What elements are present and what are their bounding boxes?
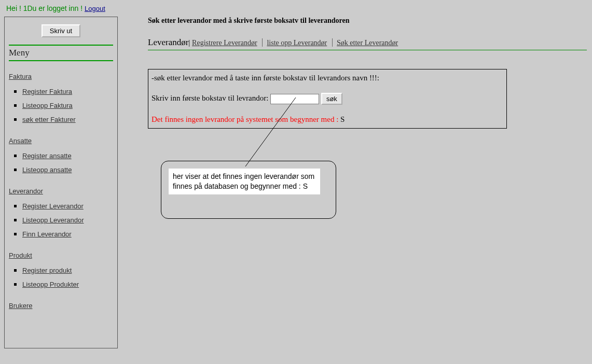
error-prefix: Det finnes ingen levrandor på systemet s…: [152, 115, 340, 123]
error-letter: S: [340, 115, 345, 123]
list-item: Finn Leverandor: [22, 230, 113, 238]
subnav-link-listeopp[interactable]: liste opp Leverandør: [267, 39, 327, 47]
list-item: søk etter Fakturer: [22, 116, 113, 123]
list-item: Listeopp Faktura: [22, 102, 113, 109]
subnav-link-sok[interactable]: Søk etter Leverandør: [337, 39, 398, 47]
list-item: Listeopp ansatte: [22, 166, 113, 174]
search-box: -søk etter levrandor med å taste inn før…: [148, 69, 507, 129]
search-input[interactable]: [270, 94, 319, 104]
callout-text: her viser at det finnes ingen leverandør…: [169, 169, 320, 194]
menu-link-listeopp-faktura[interactable]: Listeopp Faktura: [22, 102, 73, 109]
menu-link-listeopp-ansatte[interactable]: Listeopp ansatte: [22, 166, 72, 174]
list-item: Register produkt: [22, 267, 113, 274]
subnav: Leverandør| Registrere Leverandør liste …: [148, 37, 587, 50]
print-button[interactable]: Skriv ut: [42, 24, 80, 37]
menu-link-finn-leverandor[interactable]: Finn Leverandor: [22, 230, 72, 238]
menu-link-register-faktura[interactable]: Register Faktura: [22, 88, 72, 95]
menu-link-register-ansatte[interactable]: Register ansatte: [22, 152, 72, 160]
section-faktura[interactable]: Faktura: [9, 73, 113, 80]
menu-link-listeopp-leverandor[interactable]: Listeopp Leverandor: [22, 216, 84, 224]
logout-link[interactable]: Logout: [85, 5, 105, 12]
subnav-lead: Leverandør: [148, 37, 188, 47]
callout: her viser at det finnes ingen leverandør…: [161, 161, 336, 219]
list-item: Register ansatte: [22, 152, 113, 160]
greeting-text: Hei ! 1Du er logget inn !: [6, 4, 85, 12]
section-brukere[interactable]: Brukere: [9, 302, 113, 310]
list-item: Listeopp Leverandor: [22, 216, 113, 224]
section-produkt[interactable]: Produkt: [9, 251, 113, 259]
search-label: Skriv inn første bokstav til levrandor:: [152, 94, 270, 102]
menu-link-register-produkt[interactable]: Register produkt: [22, 267, 72, 274]
sidebar-scroll[interactable]: Skriv ut Meny Faktura Register Faktura L…: [5, 17, 117, 348]
section-leverandor[interactable]: Leverandor: [9, 187, 113, 195]
search-instruction: -søk etter levrandor med å taste inn før…: [152, 74, 503, 82]
sidebar: Skriv ut Meny Faktura Register Faktura L…: [4, 17, 118, 348]
section-ansatte[interactable]: Ansatte: [9, 137, 113, 145]
subnav-link-registrere[interactable]: Registrere Leverandør: [192, 39, 257, 47]
menu-link-sok-fakturer[interactable]: søk etter Fakturer: [22, 116, 76, 123]
list-item: Listeopp Produkter: [22, 281, 113, 288]
page-title: Søk etter leverandor med å skrive første…: [148, 17, 587, 25]
search-button[interactable]: søk: [321, 93, 342, 105]
header-bar: Hei ! 1Du er logget inn ! Logout: [0, 0, 592, 17]
list-item: Register Leverandor: [22, 202, 113, 210]
menu-link-listeopp-produkter[interactable]: Listeopp Produkter: [22, 281, 79, 288]
menu-title: Meny: [9, 45, 113, 61]
error-message: Det finnes ingen levrandor på systemet s…: [152, 115, 503, 124]
menu-link-register-leverandor[interactable]: Register Leverandor: [22, 202, 84, 210]
list-item: Register Faktura: [22, 88, 113, 95]
